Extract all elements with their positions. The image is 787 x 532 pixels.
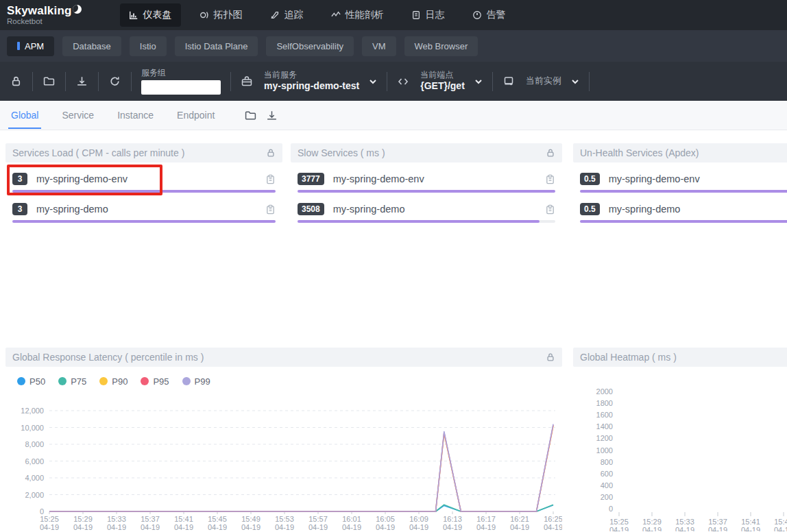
card-title: Global Heatmap ( ms ) [580, 352, 677, 363]
svg-text:04-19: 04-19 [73, 523, 93, 531]
tab-service[interactable]: Service [59, 101, 97, 129]
svg-text:800: 800 [601, 458, 613, 466]
current-endpoint-value: {GET}/get [420, 80, 465, 93]
lock-icon[interactable] [546, 352, 555, 362]
tab-instance[interactable]: Instance [114, 101, 156, 129]
legend-dot [99, 377, 108, 385]
clipboard-icon[interactable] [545, 204, 555, 215]
current-instance-select[interactable]: 当前实例 [493, 62, 589, 101]
refresh-icon [109, 75, 121, 87]
value-badge: 3 [12, 173, 27, 185]
service-row[interactable]: 3508 my-spring-demo [298, 201, 555, 217]
svg-text:04-19: 04-19 [443, 523, 462, 531]
lock-icon[interactable] [546, 148, 555, 158]
latency-line-chart: 02,0004,0006,0008,00010,00012,00015:2504… [5, 391, 562, 531]
menu-item-profile[interactable]: 性能剖析 [322, 3, 393, 27]
time-lock-button[interactable] [10, 75, 22, 87]
latency-bar [298, 190, 555, 193]
svg-text:1200: 1200 [596, 434, 613, 442]
card-header: Global Heatmap ( ms ) [573, 348, 787, 367]
legend-item-p99[interactable]: P99 [182, 376, 210, 387]
menu-label: 追踪 [284, 9, 304, 21]
dashboard-tab-database[interactable]: Database [62, 36, 121, 56]
load-bar [12, 190, 276, 193]
tab-label: Database [73, 41, 111, 51]
tab-global[interactable]: Global [8, 101, 41, 129]
svg-text:200: 200 [601, 493, 613, 501]
svg-text:04-19: 04-19 [241, 523, 261, 531]
card-title: Slow Services ( ms ) [298, 147, 385, 158]
export-button[interactable] [76, 75, 88, 87]
menu-item-dashboard[interactable]: 仪表盘 [120, 3, 181, 27]
tab-endpoint[interactable]: Endpoint [174, 101, 217, 129]
value-badge: 3508 [298, 203, 324, 215]
alarm-icon [472, 10, 482, 20]
legend-item-p90[interactable]: P90 [99, 376, 128, 387]
selector-toolbar: 服务组 当前服务 my-spring-demo-test 当前端点 {GET}/… [0, 62, 787, 101]
clipboard-icon[interactable] [265, 204, 276, 215]
dashboard-tab-apm[interactable]: APM [7, 36, 54, 56]
value-badge: 0.5 [580, 173, 600, 185]
service-name: my-spring-demo [333, 204, 405, 215]
menu-item-alarm[interactable]: 告警 [463, 3, 515, 27]
dashboard-tab-vm[interactable]: VM [362, 36, 396, 56]
service-row[interactable]: 3 my-spring-demo-env [12, 171, 276, 187]
lock-icon[interactable] [266, 148, 276, 158]
svg-text:15:29: 15:29 [73, 515, 93, 523]
service-row[interactable]: 0.5 my-spring-demo [580, 201, 787, 217]
service-row[interactable]: 0.5 my-spring-demo-env [580, 171, 787, 187]
legend-dot [141, 377, 149, 385]
download-icon [76, 75, 88, 87]
service-row[interactable]: 3777 my-spring-demo-env [298, 171, 555, 187]
current-endpoint-select[interactable]: 当前端点 {GET}/get [387, 62, 492, 101]
menu-item-topology[interactable]: 拓扑图 [191, 3, 252, 27]
svg-text:04-19: 04-19 [675, 526, 694, 531]
service-group-input[interactable] [141, 80, 221, 95]
menu-item-trace[interactable]: 追踪 [261, 3, 313, 27]
svg-text:04-19: 04-19 [476, 523, 496, 531]
slow-services-card: Slow Services ( ms ) 3777 my-spring-demo… [291, 143, 562, 223]
svg-text:15:45: 15:45 [774, 518, 787, 526]
svg-text:6,000: 6,000 [25, 457, 44, 466]
dashboard-tab-istio[interactable]: Istio [130, 36, 167, 56]
dashboard-tab-web-browser[interactable]: Web Browser [404, 36, 479, 56]
svg-text:16:05: 16:05 [376, 515, 395, 523]
svg-text:1400: 1400 [596, 422, 613, 431]
svg-text:04-19: 04-19 [141, 523, 160, 531]
svg-text:04-19: 04-19 [544, 523, 562, 531]
refresh-button[interactable] [109, 75, 121, 87]
svg-text:4,000: 4,000 [25, 474, 44, 482]
dashboard-tab-selfobservability[interactable]: SelfObservability [266, 36, 354, 56]
lock-icon [10, 75, 22, 87]
clipboard-icon[interactable] [265, 174, 276, 184]
dashboard-tab-istio-data-plane[interactable]: Istio Data Plane [175, 36, 258, 56]
svg-text:04-19: 04-19 [107, 523, 126, 531]
topology-icon [199, 10, 209, 20]
card-title: Services Load ( CPM - calls per minute ) [12, 147, 184, 158]
folder-icon[interactable] [245, 110, 256, 121]
current-service-select[interactable]: 当前服务 my-spring-demo-test [231, 62, 387, 101]
service-name: my-spring-demo [36, 204, 108, 215]
svg-text:04-19: 04-19 [174, 523, 193, 531]
app-logo[interactable]: Skywalking Rocketbot [7, 5, 82, 26]
chevron-down-icon [571, 77, 579, 86]
legend-item-p75[interactable]: P75 [58, 376, 86, 387]
legend-item-p95[interactable]: P95 [141, 376, 169, 387]
service-list-item: 3508 my-spring-demo [291, 201, 562, 223]
dashboard-content: Services Load ( CPM - calls per minute )… [0, 130, 787, 531]
menu-label: 仪表盘 [143, 9, 172, 21]
download-icon[interactable] [266, 110, 278, 121]
service-row[interactable]: 3 my-spring-demo [12, 201, 276, 217]
svg-text:15:49: 15:49 [241, 515, 261, 523]
clipboard-icon[interactable] [545, 174, 555, 184]
current-instance-label: 当前实例 [526, 75, 561, 86]
legend-label: P50 [29, 376, 45, 387]
heatmap-chart: 020040060080010001200140016001800200015:… [573, 372, 787, 531]
service-list-item: 3 my-spring-demo-env [5, 171, 282, 193]
template-folder-button[interactable] [43, 75, 55, 87]
legend-label: P95 [153, 376, 169, 387]
menu-item-log[interactable]: 日志 [402, 3, 454, 27]
instance-monitor-icon [503, 75, 515, 88]
legend-item-p50[interactable]: P50 [17, 376, 45, 387]
svg-text:12,000: 12,000 [21, 407, 44, 415]
